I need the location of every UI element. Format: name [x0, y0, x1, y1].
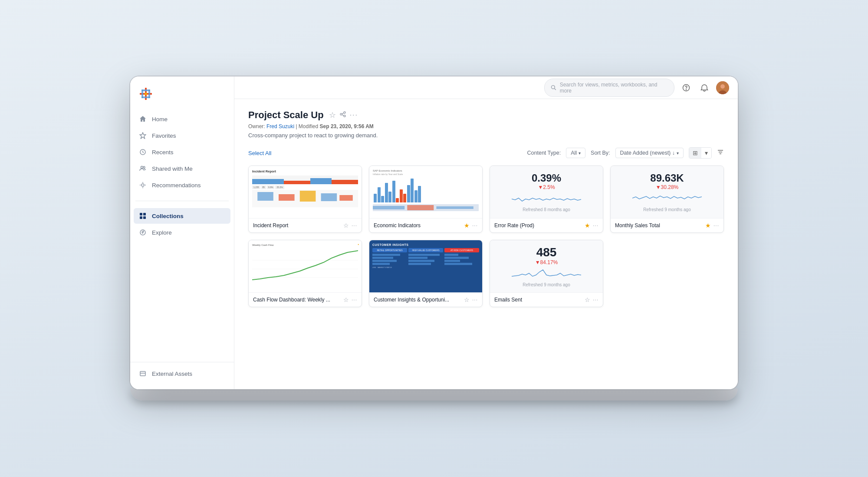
card-star-error-rate[interactable]: ★ [585, 222, 590, 229]
card-actions-emails: ☆ ··· [585, 296, 598, 303]
help-button[interactable] [680, 81, 693, 94]
sidebar-item-recommendations-label: Recommendations [152, 182, 201, 189]
svg-rect-16 [140, 213, 142, 215]
metric-value-emails: 485 [536, 245, 557, 259]
svg-marker-7 [140, 132, 146, 139]
card-footer-monthly-sales: Monthly Sales Total ★ ··· [611, 218, 723, 232]
owner-label: Owner: [248, 123, 265, 129]
card-actions-economic: ★ ··· [464, 222, 478, 229]
recents-icon [139, 148, 147, 156]
svg-rect-18 [140, 216, 142, 219]
modified-date: Sep 23, 2020, 9:56 AM [320, 123, 374, 129]
search-bar[interactable]: Search for views, metrics, workbooks, an… [544, 79, 674, 97]
filter-button[interactable] [717, 149, 724, 157]
sort-by-dropdown[interactable]: Date Added (newest) ↓ ▾ [615, 148, 684, 158]
svg-rect-41 [300, 191, 316, 202]
svg-point-33 [344, 115, 345, 117]
card-customer-insights[interactable]: CUSTOMER INSIGHTS RETAIL OPPORTUNITIES H… [369, 240, 483, 307]
card-more-customer[interactable]: ··· [472, 297, 478, 303]
svg-rect-46 [436, 206, 473, 209]
card-actions-error-rate: ★ ··· [585, 222, 598, 229]
svg-rect-44 [373, 206, 404, 209]
card-cash-flow[interactable]: Weekly Cash Flow ● [248, 240, 362, 307]
more-title-button[interactable]: ··· [350, 111, 358, 119]
svg-rect-40 [279, 194, 295, 201]
home-icon [139, 115, 147, 123]
svg-rect-39 [257, 192, 273, 201]
card-monthly-sales[interactable]: 89.63K ▼30.28% Refreshed 9 months ago [610, 166, 724, 233]
owner-link[interactable]: Fred Suzuki [266, 123, 294, 129]
sidebar-item-recents[interactable]: Recents [134, 144, 230, 160]
sort-by-value: Date Added (newest) ↓ [620, 150, 675, 156]
toolbar: Select All Content Type: All ▾ Sort By: … [248, 147, 724, 159]
grid-view-button[interactable]: ⊞ [689, 148, 701, 158]
bell-icon [700, 84, 708, 92]
card-star-monthly-sales[interactable]: ★ [705, 222, 711, 229]
svg-point-24 [551, 86, 555, 89]
share-icon [339, 111, 346, 118]
card-more-economic[interactable]: ··· [472, 222, 478, 229]
user-avatar[interactable] [716, 81, 729, 94]
content-type-chevron: ▾ [579, 151, 581, 156]
sidebar-item-explore-label: Explore [152, 229, 172, 236]
card-footer-incident: Incident Report ☆ ··· [249, 218, 362, 232]
card-emails-sent[interactable]: 485 ▼84.17% Refreshed 9 months ago [490, 240, 603, 307]
card-name-cash-flow: Cash Flow Dashboard: Weekly ... [253, 297, 343, 303]
card-thumb-emails: 485 ▼84.17% Refreshed 9 months ago [490, 240, 603, 292]
card-star-economic[interactable]: ★ [464, 222, 470, 229]
card-actions-monthly-sales: ★ ··· [705, 222, 719, 229]
svg-line-34 [342, 113, 344, 114]
page-content: Project Scale Up ☆ ··· Owner: Fred Suzuk… [234, 99, 738, 389]
modified-label: Modified [299, 123, 318, 129]
card-more-error-rate[interactable]: ··· [593, 222, 598, 229]
notifications-button[interactable] [698, 81, 711, 94]
content-type-dropdown[interactable]: All ▾ [566, 148, 585, 158]
card-name-emails: Emails Sent [494, 297, 585, 303]
sidebar-item-external-assets[interactable]: External Assets [134, 366, 230, 381]
card-more-cash-flow[interactable]: ··· [352, 297, 357, 303]
card-more-incident[interactable]: ··· [352, 222, 357, 229]
filter-icon [717, 149, 724, 156]
card-thumb-error-rate: 0.39% ▼2.5% Refreshed 8 months ago [490, 166, 603, 218]
card-incident-report[interactable]: Incident Report [248, 166, 362, 233]
card-name-customer: Customer Insights & Opportuni... [374, 297, 464, 303]
metric-change-emails: ▼84.17% [535, 259, 558, 265]
sidebar-item-home[interactable]: Home [134, 111, 230, 127]
sidebar-item-recommendations[interactable]: Recommendations [134, 177, 230, 193]
card-footer-cash-flow: Cash Flow Dashboard: Weekly ... ☆ ··· [249, 292, 362, 307]
sidebar-divider-1 [135, 201, 229, 201]
card-more-monthly-sales[interactable]: ··· [713, 222, 719, 229]
svg-rect-42 [321, 193, 337, 201]
sidebar-item-collections[interactable]: Collections [134, 208, 230, 224]
metric-value-error: 0.39% [532, 172, 561, 184]
explore-icon [139, 229, 147, 236]
sparkline-sales [632, 190, 702, 205]
card-star-cash-flow[interactable]: ☆ [343, 296, 349, 303]
sidebar-item-home-label: Home [152, 116, 168, 123]
list-view-button[interactable]: ▾ [701, 148, 711, 158]
favorite-title-button[interactable]: ☆ [329, 110, 336, 120]
avatar-image [716, 81, 729, 94]
sidebar-item-explore[interactable]: Explore [134, 225, 230, 240]
content-type-value: All [571, 150, 577, 156]
sidebar-item-shared[interactable]: Shared with Me [134, 161, 230, 176]
card-star-incident[interactable]: ☆ [343, 222, 349, 229]
card-error-rate[interactable]: 0.39% ▼2.5% Refreshed 8 months ago [490, 166, 603, 233]
select-all-button[interactable]: Select All [248, 150, 271, 156]
card-footer-error-rate: Error Rate (Prod) ★ ··· [490, 218, 603, 232]
sidebar-item-favorites[interactable]: Favorites [134, 128, 230, 143]
sort-by-chevron: ▾ [677, 151, 679, 156]
card-more-emails[interactable]: ··· [593, 297, 598, 303]
card-economic-indicators[interactable]: SAP Economic Indicators Inflation rate b… [369, 166, 483, 233]
card-star-customer[interactable]: ☆ [464, 296, 470, 303]
shared-icon [139, 165, 147, 172]
share-title-button[interactable] [339, 111, 346, 119]
content-type-label: Content Type: [527, 150, 561, 156]
toolbar-right: Content Type: All ▾ Sort By: Date Added … [527, 147, 724, 159]
tableau-logo [139, 87, 153, 101]
cashflow-chart [252, 247, 358, 286]
card-star-emails[interactable]: ☆ [585, 296, 590, 303]
svg-marker-21 [142, 231, 144, 234]
svg-line-35 [342, 115, 344, 116]
sidebar-nav-2: Collections Explore [130, 208, 234, 241]
